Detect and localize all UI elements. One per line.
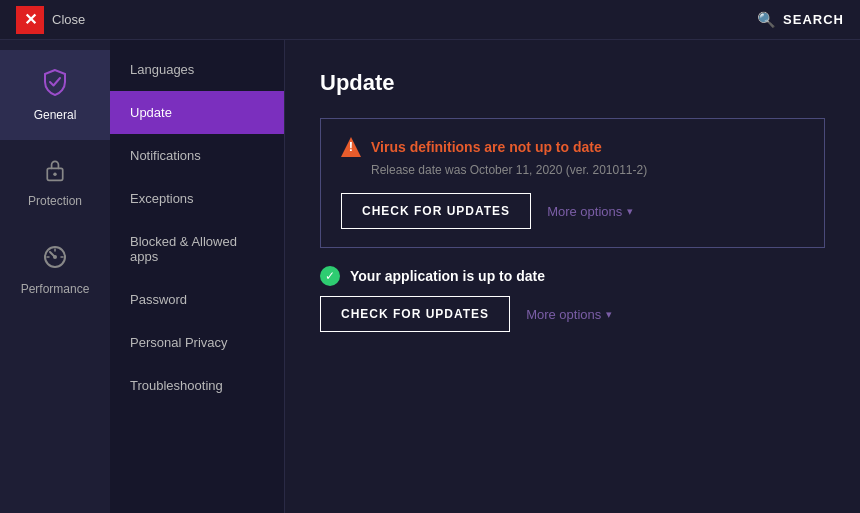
page-title: Update: [320, 70, 825, 96]
nav-performance-label: Performance: [21, 282, 90, 296]
card1-action-row: CHECK FOR UPDATES More options ▾: [341, 193, 804, 229]
nav-general-label: General: [34, 108, 77, 122]
chevron-down-icon-2: ▾: [606, 308, 612, 321]
header: ✕ Close 🔍 SEARCH: [0, 0, 860, 40]
more-options-button-2[interactable]: More options ▾: [526, 307, 612, 322]
release-info: Release date was October 11, 2020 (ver. …: [371, 163, 804, 177]
gauge-icon: [42, 244, 68, 276]
subnav-exceptions[interactable]: Exceptions: [110, 177, 284, 220]
main-content: Update ! Virus definitions are not up to…: [285, 40, 860, 513]
icon-nav: General Protection Perfor: [0, 40, 110, 513]
nav-protection-label: Protection: [28, 194, 82, 208]
subnav-blocked-allowed[interactable]: Blocked & Allowed apps: [110, 220, 284, 278]
chevron-down-icon: ▾: [627, 205, 633, 218]
subnav-languages[interactable]: Languages: [110, 48, 284, 91]
check-icon: ✓: [320, 266, 340, 286]
svg-point-1: [53, 173, 56, 176]
nav-item-protection[interactable]: Protection: [0, 140, 110, 226]
check-updates-button-1[interactable]: CHECK FOR UPDATES: [341, 193, 531, 229]
shield-icon: [41, 68, 69, 102]
update-card-virus: ! Virus definitions are not up to date R…: [320, 118, 825, 248]
update-card-app: ✓ Your application is up to date CHECK F…: [320, 266, 825, 332]
warning-icon: !: [341, 137, 361, 157]
subnav-password[interactable]: Password: [110, 278, 284, 321]
svg-point-3: [53, 255, 57, 259]
warning-status-text: Virus definitions are not up to date: [371, 139, 602, 155]
lock-icon: [43, 158, 67, 188]
search-button[interactable]: 🔍 SEARCH: [757, 11, 844, 29]
ok-status-text: Your application is up to date: [350, 268, 545, 284]
ok-status-row: ✓ Your application is up to date: [320, 266, 825, 286]
close-icon: ✕: [16, 6, 44, 34]
subnav-troubleshooting[interactable]: Troubleshooting: [110, 364, 284, 407]
close-button[interactable]: ✕ Close: [16, 6, 85, 34]
search-icon: 🔍: [757, 11, 777, 29]
card2-action-row: CHECK FOR UPDATES More options ▾: [320, 296, 825, 332]
subnav-notifications[interactable]: Notifications: [110, 134, 284, 177]
nav-item-general[interactable]: General: [0, 50, 110, 140]
warning-status-row: ! Virus definitions are not up to date: [341, 137, 804, 157]
nav-item-performance[interactable]: Performance: [0, 226, 110, 314]
search-label: SEARCH: [783, 12, 844, 27]
main-layout: General Protection Perfor: [0, 40, 860, 513]
check-updates-button-2[interactable]: CHECK FOR UPDATES: [320, 296, 510, 332]
more-options-button-1[interactable]: More options ▾: [547, 204, 633, 219]
sub-nav: Languages Update Notifications Exception…: [110, 40, 285, 513]
subnav-update[interactable]: Update: [110, 91, 284, 134]
subnav-personal-privacy[interactable]: Personal Privacy: [110, 321, 284, 364]
close-label: Close: [52, 12, 85, 27]
